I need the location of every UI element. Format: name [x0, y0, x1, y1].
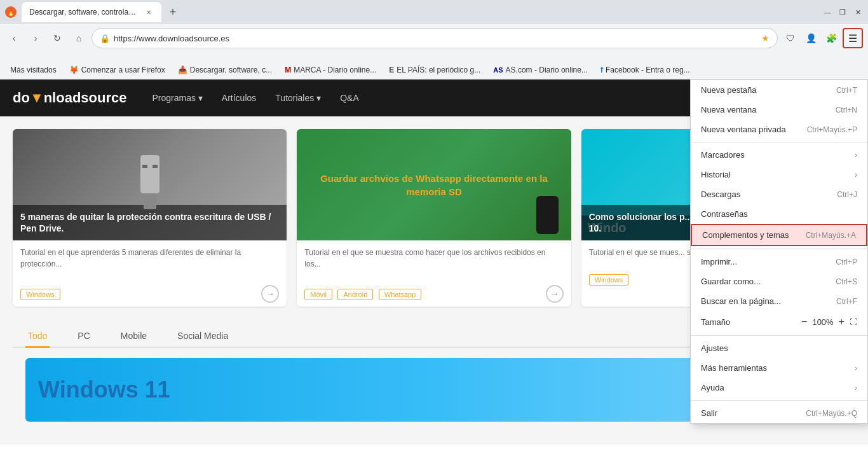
menu-label: Buscar en la página... [701, 296, 836, 306]
bookmark-label: Descargar, software, c... [190, 66, 272, 74]
extensions-icon[interactable]: 🧩 [822, 29, 840, 47]
security-icon: 🔒 [100, 34, 110, 43]
elpais-icon: E [389, 66, 394, 74]
menu-salir[interactable]: Salir Ctrl+Mayús.+Q [691, 403, 867, 423]
nav-articulos[interactable]: Artículos [222, 93, 256, 103]
svg-rect-3 [153, 165, 158, 168]
bookmark-label: Comenzar a usar Firefox [81, 66, 165, 74]
tab-pc[interactable]: PC [75, 326, 92, 348]
card-whatsapp-image: Guardar archvios de Whatsapp directament… [297, 129, 571, 240]
menu-imprimir[interactable]: Imprimir... Ctrl+P [691, 252, 867, 272]
nav-programas[interactable]: Programas ▾ [152, 93, 202, 103]
bookmark-label: MARCA - Diario online... [294, 66, 376, 74]
menu-complementos[interactable]: Complementos y temas Ctrl+Mayús.+A [691, 224, 867, 246]
menu-label: Más herramientas [701, 363, 855, 373]
bookmark-most-visited[interactable]: Más visitados [5, 64, 62, 76]
tag-android[interactable]: Android [337, 289, 373, 300]
menu-ajustes[interactable]: Ajustes [691, 338, 867, 358]
submenu-arrow: › [855, 170, 857, 179]
bookmark-label: Más visitados [10, 66, 57, 74]
bookmark-downloadsource[interactable]: 📥 Descargar, software, c... [173, 64, 277, 76]
menu-label: Ajustes [701, 343, 857, 353]
tab-mobile[interactable]: Mobile [118, 326, 149, 348]
forward-button[interactable]: › [27, 29, 44, 47]
phone-shape [536, 196, 559, 234]
menu-button[interactable]: ☰ [843, 28, 863, 48]
menu-shortcut: Ctrl+Mayús.+Q [806, 409, 857, 418]
back-button[interactable]: ‹ [5, 29, 23, 47]
menu-label: Imprimir... [701, 257, 836, 266]
minimize-button[interactable]: — [822, 7, 832, 17]
menu-shortcut: Ctrl+N [836, 106, 857, 114]
shield-icon[interactable]: 🛡 [782, 29, 799, 47]
marca-icon: M [285, 66, 291, 74]
bookmark-star-icon[interactable]: ★ [761, 33, 770, 43]
menu-shortcut: Ctrl+Mayús.+P [807, 125, 857, 134]
nav-tutoriales[interactable]: Tutoriales ▾ [275, 93, 321, 103]
menu-label: Historial [701, 170, 855, 179]
menu-descargas[interactable]: Descargas Ctrl+J [691, 184, 867, 204]
zoom-level: 100% [812, 317, 833, 327]
menu-divider-2 [691, 249, 867, 249]
windows11-text: Windows 11 [38, 377, 170, 403]
menu-ventana-privada[interactable]: Nueva ventana privada Ctrl+Mayús.+P [691, 120, 867, 139]
card-whatsapp-arrow[interactable]: → [546, 285, 564, 303]
fullscreen-icon[interactable]: ⛶ [850, 317, 857, 326]
nav-qa[interactable]: Q&A [340, 93, 359, 103]
menu-label: Tamaño [701, 317, 801, 327]
menu-nueva-pestana[interactable]: Nueva pestaña Ctrl+T [691, 80, 867, 100]
card-usb-tags: Windows [20, 288, 63, 300]
nav-right-icons: 🛡 👤 🧩 ☰ [782, 28, 863, 48]
svg-rect-1 [144, 193, 156, 209]
bookmark-label: EL PAÍS: el periódico g... [397, 66, 480, 74]
tab-close-button[interactable]: ✕ [144, 7, 154, 17]
menu-mas-herramientas[interactable]: Más herramientas › [691, 358, 867, 378]
size-control: − 100% + ⛶ [801, 316, 857, 328]
bookmark-as[interactable]: AS AS.com - Diario online... [488, 64, 593, 76]
card-wifi-tags: Windows [589, 273, 632, 286]
url-text: https://www.downloadsource.es [114, 34, 757, 43]
menu-guardar-como[interactable]: Guardar como... Ctrl+S [691, 272, 867, 291]
card-whatsapp: Guardar archvios de Whatsapp directament… [297, 129, 571, 307]
menu-ayuda[interactable]: Ayuda › [691, 378, 867, 397]
usb-svg [125, 152, 175, 216]
active-tab[interactable]: Descargar, software, controlado... ✕ [22, 2, 161, 22]
tab-social-media[interactable]: Social Media [175, 326, 231, 348]
bookmark-elpais[interactable]: E EL PAÍS: el periódico g... [384, 64, 485, 76]
new-tab-button[interactable]: + [164, 3, 182, 21]
browser-favicon: 🔥 [5, 6, 17, 18]
menu-historial[interactable]: Historial › [691, 165, 867, 184]
menu-nueva-ventana[interactable]: Nueva ventana Ctrl+N [691, 100, 867, 120]
bookmark-facebook[interactable]: f Facebook - Entra o reg... [595, 64, 695, 76]
tag-windows-wifi[interactable]: Windows [589, 274, 629, 286]
whatsapp-overlay-text: Guardar archvios de Whatsapp directament… [304, 172, 563, 198]
zoom-out-button[interactable]: − [801, 316, 807, 328]
menu-contrasenas[interactable]: Contraseñas [691, 204, 867, 224]
home-button[interactable]: ⌂ [70, 29, 88, 47]
bookmark-marca[interactable]: M MARCA - Diario online... [280, 64, 381, 76]
tag-movil[interactable]: Móvil [304, 289, 332, 300]
menu-marcadores[interactable]: Marcadores › [691, 145, 867, 165]
menu-label: Ayuda [701, 383, 855, 392]
menu-label: Descargas [701, 190, 837, 199]
bookmark-firefox[interactable]: 🦊 Comenzar a usar Firefox [64, 64, 170, 76]
as-icon: AS [493, 66, 503, 74]
site-nav: Programas ▾ Artículos Tutoriales ▾ Q&A [152, 93, 358, 103]
menu-buscar[interactable]: Buscar en la página... Ctrl+F [691, 291, 867, 311]
menu-tamano[interactable]: Tamaño − 100% + ⛶ [691, 311, 867, 333]
reload-button[interactable]: ↻ [48, 29, 66, 47]
bookmark-label: Facebook - Entra o reg... [606, 66, 690, 74]
tag-windows[interactable]: Windows [20, 289, 60, 300]
menu-shortcut: Ctrl+J [837, 190, 857, 199]
context-menu: Nueva pestaña Ctrl+T Nueva ventana Ctrl+… [690, 79, 868, 424]
submenu-arrow: › [855, 364, 857, 373]
tab-todo[interactable]: Todo [25, 326, 50, 348]
card-usb-arrow[interactable]: → [261, 285, 279, 303]
zoom-in-button[interactable]: + [839, 316, 844, 328]
tag-whatsapp[interactable]: Whatsapp [379, 289, 422, 300]
account-icon[interactable]: 👤 [802, 29, 820, 47]
nav-bar: ‹ › ↻ ⌂ 🔒 https://www.downloadsource.es … [0, 24, 868, 52]
close-window-button[interactable]: ✕ [853, 7, 863, 17]
url-bar[interactable]: 🔒 https://www.downloadsource.es ★ [92, 28, 778, 48]
maximize-button[interactable]: ❐ [837, 7, 848, 17]
